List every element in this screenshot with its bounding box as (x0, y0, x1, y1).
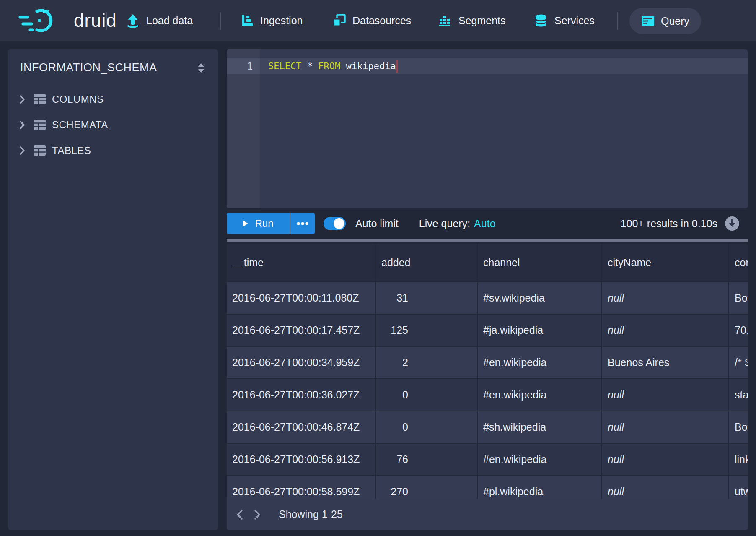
nav-item-load-data[interactable]: Load data (126, 0, 193, 41)
column-header-cityName[interactable]: cityName (602, 244, 729, 281)
pagination-footer: Showing 1-25 (227, 499, 748, 530)
cell-time[interactable]: 2016-06-27T00:00:11.080Z (227, 282, 376, 314)
cell-cityName[interactable]: null (602, 315, 729, 346)
more-icon (297, 222, 308, 225)
cell-time[interactable]: 2016-06-27T00:00:17.457Z (227, 315, 376, 346)
page-previous-button[interactable] (231, 505, 249, 524)
cell-cityName[interactable]: null (602, 282, 729, 314)
sql-text: wikipedia (340, 61, 396, 71)
cell-cityName[interactable]: null (602, 411, 729, 443)
column-header-time[interactable]: __time (227, 244, 376, 281)
cell-added[interactable]: 125 (376, 315, 478, 346)
schema-tree: COLUMNS SCHEMATA (8, 86, 218, 163)
cell-added[interactable]: 76 (376, 444, 478, 475)
nav-item-ingestion[interactable]: Ingestion (241, 0, 303, 41)
table-icon (33, 94, 46, 105)
tree-item-label: COLUMNS (52, 94, 104, 105)
sql-query-line[interactable]: SELECT * FROM wikipedia (268, 58, 398, 74)
table-icon (33, 119, 46, 130)
chevron-right-icon[interactable] (19, 146, 26, 155)
table-header-row: __time added channel cityName comment (227, 244, 748, 281)
run-button-group: Run (227, 213, 315, 234)
tree-item-schemata[interactable]: SCHEMATA (8, 112, 218, 138)
double-caret-vertical-icon[interactable] (198, 63, 205, 75)
cell-time[interactable]: 2016-06-27T00:00:56.913Z (227, 444, 376, 475)
schema-selector[interactable]: INFORMATION_SCHEMA (8, 49, 218, 86)
druid-logo-icon (18, 7, 67, 34)
tree-item-tables[interactable]: TABLES (8, 138, 218, 163)
nav-item-label: Query (661, 15, 689, 27)
nav-item-label: Ingestion (260, 15, 303, 27)
nav-item-services[interactable]: Services (534, 0, 595, 41)
run-button[interactable]: Run (227, 213, 290, 234)
cell-time[interactable]: 2016-06-27T00:00:46.874Z (227, 411, 376, 443)
table-row: 2016-06-27T00:00:56.913Z 76 #en.wikipedi… (227, 443, 748, 475)
cell-channel[interactable]: #ja.wikipedia (478, 315, 602, 346)
cell-added[interactable]: 31 (376, 282, 478, 314)
chevron-right-icon[interactable] (19, 120, 26, 130)
page-next-button[interactable] (249, 505, 266, 524)
table-row: 2016-06-27T00:00:17.457Z 125 #ja.wikiped… (227, 314, 748, 346)
cell-comment[interactable]: 70. (729, 315, 748, 346)
sql-keyword: FROM (318, 61, 340, 71)
druid-logo[interactable]: druid (18, 0, 117, 41)
datasources-icon (332, 13, 346, 28)
column-header-channel[interactable]: channel (478, 244, 602, 281)
cell-channel[interactable]: #sv.wikipedia (478, 282, 602, 314)
chevron-right-icon (254, 509, 261, 520)
download-results-button[interactable] (724, 216, 740, 232)
table-row: 2016-06-27T00:00:46.874Z 0 #sh.wikipedia… (227, 411, 748, 443)
nav-item-query-active[interactable]: Query (629, 8, 701, 34)
tree-item-columns[interactable]: COLUMNS (8, 86, 218, 112)
cell-comment[interactable]: link (729, 444, 748, 475)
column-header-added[interactable]: added (376, 244, 478, 281)
cell-channel[interactable]: #en.wikipedia (478, 444, 602, 475)
cell-cityName[interactable]: Buenos Aires (602, 347, 729, 378)
cell-comment[interactable]: /* S (729, 347, 748, 378)
schema-title: INFORMATION_SCHEMA (20, 61, 157, 74)
auto-limit-label[interactable]: Auto limit (355, 218, 399, 230)
cell-added[interactable]: 0 (376, 379, 478, 411)
services-icon (534, 13, 548, 28)
cell-comment[interactable]: sta (729, 379, 748, 411)
cell-added[interactable]: 0 (376, 411, 478, 443)
tree-item-label: TABLES (52, 145, 91, 156)
cell-cityName[interactable]: null (602, 444, 729, 475)
druid-console: druid Load data Ingestion (0, 0, 756, 536)
toggle-knob (334, 218, 344, 229)
cell-added[interactable]: 2 (376, 347, 478, 378)
chevron-right-icon[interactable] (19, 95, 26, 104)
cell-channel[interactable]: #en.wikipedia (478, 379, 602, 411)
cell-comment[interactable]: Bot (729, 282, 748, 314)
cell-time[interactable]: 2016-06-27T00:00:34.959Z (227, 347, 376, 378)
column-header-comment[interactable]: comment (729, 244, 748, 281)
run-more-button[interactable] (290, 213, 315, 234)
cell-channel[interactable]: #sh.wikipedia (478, 411, 602, 443)
results-table: __time added channel cityName comment 20… (227, 244, 748, 530)
navbar-divider (106, 12, 107, 30)
top-navbar: druid Load data Ingestion (0, 0, 756, 41)
results-summary: 100+ results in 0.10s (621, 218, 717, 230)
table-row: 2016-06-27T00:00:34.959Z 2 #en.wikipedia… (227, 346, 748, 378)
navbar-divider (617, 12, 618, 30)
auto-limit-toggle[interactable] (324, 217, 346, 230)
cell-channel[interactable]: #en.wikipedia (478, 347, 602, 378)
nav-item-datasources[interactable]: Datasources (332, 0, 411, 41)
run-button-label: Run (255, 218, 273, 229)
sql-keyword: SELECT (268, 61, 301, 71)
table-icon (33, 145, 46, 156)
cell-cityName[interactable]: null (602, 379, 729, 411)
upload-icon (126, 13, 140, 28)
query-icon (641, 15, 655, 27)
sql-editor[interactable]: 1 SELECT * FROM wikipedia (227, 49, 748, 208)
cell-comment[interactable]: Bot (729, 411, 748, 443)
nav-item-segments[interactable]: Segments (438, 0, 506, 41)
query-view: 1 SELECT * FROM wikipedia Run Auto limit (227, 49, 748, 530)
navbar-divider (220, 12, 221, 30)
live-query-value[interactable]: Auto (474, 218, 495, 230)
cell-time[interactable]: 2016-06-27T00:00:36.027Z (227, 379, 376, 411)
schema-sidebar: INFORMATION_SCHEMA COLUMNS (8, 49, 218, 530)
segments-icon (438, 13, 452, 28)
panel-resizer-handle[interactable] (227, 239, 748, 242)
tree-item-label: SCHEMATA (52, 119, 108, 131)
